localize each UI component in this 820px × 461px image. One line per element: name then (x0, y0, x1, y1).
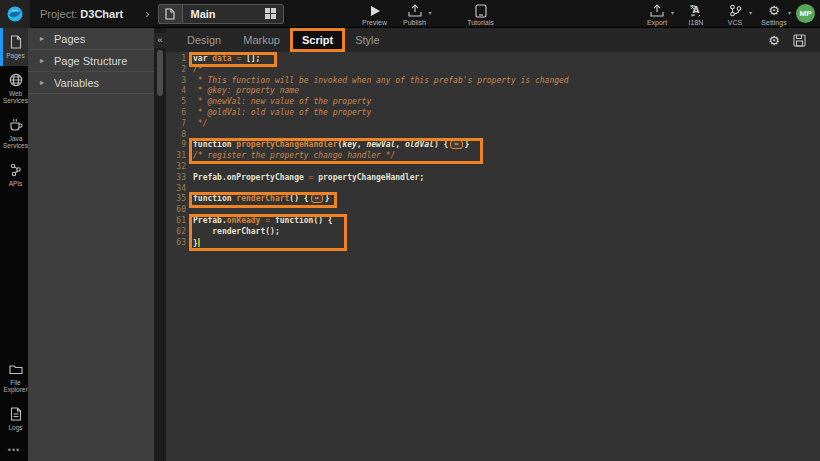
preview-label: Preview (362, 19, 387, 26)
code-token: * @oldVal: old value of the property (193, 108, 371, 117)
code-token: } (465, 140, 470, 149)
export-button[interactable]: ▾Export (642, 1, 672, 26)
code-fold-widget[interactable]: ↔ (450, 140, 462, 149)
save-button[interactable] (793, 34, 806, 47)
more-options-icon[interactable]: ••• (0, 437, 28, 461)
tab-style[interactable]: Style (346, 31, 388, 49)
app-logo[interactable] (0, 0, 30, 28)
rail-item-logs[interactable]: Logs (0, 400, 28, 438)
code-line[interactable]: 61Prefab.onReady = function() { (166, 216, 820, 227)
logs-icon (10, 407, 22, 421)
code-line[interactable]: 4 * @key: property name (166, 86, 820, 97)
code-line[interactable]: 63} (166, 238, 820, 249)
vcs-label: VCS (728, 19, 742, 26)
caret-right-icon: ▸ (40, 34, 44, 43)
i18n-button[interactable]: AI18N (681, 1, 711, 26)
api-icon (9, 163, 22, 177)
code-line[interactable]: 34 (166, 184, 820, 195)
code-token: renderChart (236, 194, 289, 203)
code-line[interactable]: 32 (166, 162, 820, 173)
code-token: onReady (227, 216, 261, 225)
code-line[interactable]: 35function renderChart() {↔} (166, 194, 820, 205)
topbar-left-actions: Preview▾PublishTutorials (360, 1, 496, 26)
tab-markup[interactable]: Markup (234, 31, 289, 49)
scrollbar-thumb[interactable] (157, 50, 163, 96)
settings-label: Settings (761, 19, 786, 26)
code-text: var data = []; (186, 54, 260, 65)
line-number: 6 (166, 108, 186, 119)
tab-design[interactable]: Design (178, 31, 230, 49)
code-line[interactable]: 8 (166, 130, 820, 141)
sidebar-section-page-structure[interactable]: ▸Page Structure (28, 50, 154, 72)
tutorials-button[interactable]: Tutorials (466, 1, 496, 26)
code-line[interactable]: 1var data = []; (166, 54, 820, 65)
code-text (186, 184, 193, 195)
code-token: []; (246, 54, 260, 63)
code-line[interactable]: 31/* register the property change handle… (166, 151, 820, 162)
code-token: function (275, 216, 314, 225)
top-bar: Project: D3Chart › Main Preview▾PublishT… (0, 0, 820, 28)
i18n-label: I18N (689, 19, 704, 26)
tab-script[interactable]: Script (293, 31, 342, 49)
file-explorer-label: File Explorer (2, 379, 29, 394)
code-token: /* (193, 65, 203, 74)
editor-settings-button[interactable]: ⚙ (768, 31, 780, 49)
sidebar-section-pages[interactable]: ▸Pages (28, 28, 154, 50)
publish-button[interactable]: ▾Publish (400, 1, 430, 26)
code-token: propertyChangeHandler (236, 140, 337, 149)
export-label: Export (647, 19, 667, 26)
chevron-right-icon[interactable]: › (145, 6, 149, 21)
code-text: } (186, 238, 200, 249)
rail-item-file-explorer[interactable]: File Explorer (0, 355, 28, 400)
code-token: ) { (434, 140, 448, 149)
sidebar-scrollbar[interactable] (154, 28, 166, 461)
vcs-button[interactable]: ▾VCS (720, 1, 750, 26)
line-number: 8 (166, 130, 186, 141)
script-editor[interactable]: 1var data = [];2/*3 * This function will… (166, 52, 820, 461)
grid-icon[interactable] (259, 8, 283, 19)
code-token: */ (193, 119, 207, 128)
code-token: , (357, 140, 367, 149)
code-text: function propertyChangeHandler(key, newV… (186, 140, 469, 151)
rail-item-java-services[interactable]: Java Services (0, 111, 28, 156)
code-token: = (260, 216, 274, 225)
line-number: 1 (166, 54, 186, 65)
code-line[interactable]: 62 renderChart(); (166, 227, 820, 238)
java-services-label: Java Services (2, 135, 29, 150)
code-line[interactable]: 7 */ (166, 119, 820, 130)
code-text: * @key: property name (186, 86, 299, 97)
code-line[interactable]: 5 * @newVal: new value of the property (166, 97, 820, 108)
rail-item-apis[interactable]: APIs (0, 156, 28, 194)
code-line[interactable]: 2/* (166, 65, 820, 76)
code-fold-widget[interactable]: ↔ (311, 194, 323, 203)
sidebar-section-variables[interactable]: ▸Variables (28, 72, 154, 94)
code-line[interactable]: 6 * @oldVal: old value of the property (166, 108, 820, 119)
code-token: function (193, 194, 236, 203)
rail-item-web-services[interactable]: Web Services (0, 66, 28, 111)
code-line[interactable]: 33Prefab.onPropertyChange = propertyChan… (166, 173, 820, 184)
sidebar-collapse-button[interactable]: « (154, 33, 166, 48)
sidebar-section-label: Page Structure (54, 55, 127, 67)
page-tab-main[interactable]: Main (158, 4, 284, 24)
line-number: 2 (166, 65, 186, 76)
workspace: PagesWeb ServicesJava ServicesAPIsFile E… (0, 28, 820, 461)
rail-item-pages[interactable]: Pages (0, 28, 28, 66)
preview-button[interactable]: Preview (360, 1, 390, 26)
project-label: Project: (40, 8, 77, 20)
text-cursor (198, 238, 201, 247)
code-line[interactable]: 60 (166, 205, 820, 216)
logs-label: Logs (2, 424, 29, 432)
settings-button[interactable]: ⚙▾Settings (759, 1, 789, 26)
code-line[interactable]: 3 * This function will be invoked when a… (166, 76, 820, 87)
project-breadcrumb: Project: D3Chart (40, 8, 123, 20)
pages-label: Pages (2, 52, 29, 60)
code-token: oldVal (405, 140, 434, 149)
code-token: Prefab.onPropertyChange (193, 173, 304, 182)
line-number: 61 (166, 216, 186, 227)
chevron-down-icon: ▾ (788, 9, 791, 16)
code-text: Prefab.onPropertyChange = propertyChange… (186, 173, 424, 184)
user-avatar[interactable]: MP (796, 4, 815, 23)
code-text: * @newVal: new value of the property (186, 97, 371, 108)
code-line[interactable]: 9function propertyChangeHandler(key, new… (166, 140, 820, 151)
code-token: key (342, 140, 356, 149)
